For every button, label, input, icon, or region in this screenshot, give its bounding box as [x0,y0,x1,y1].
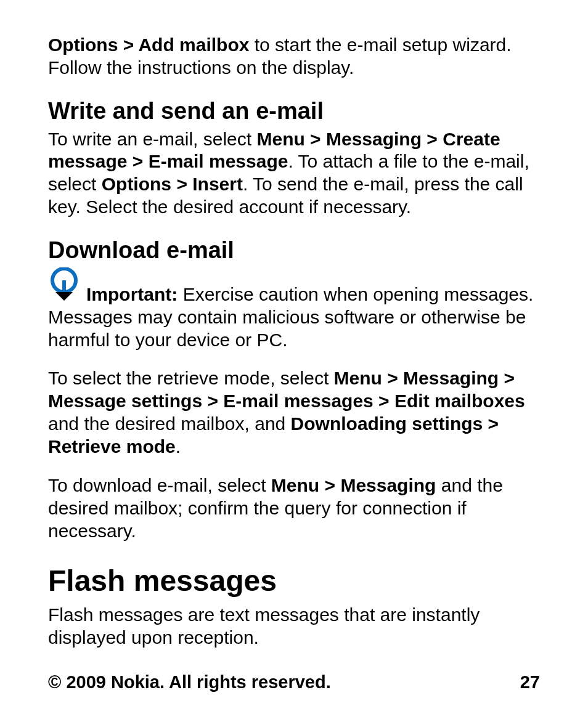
important-paragraph: Important: Exercise caution when opening… [48,267,540,352]
text: . [176,436,181,457]
download-paragraph: To download e-mail, select Menu > Messag… [48,474,540,543]
email-messages-label: E-mail messages [223,391,373,411]
text: To write an e-mail, select [48,129,256,149]
separator: > [305,129,326,149]
email-message-label: E-mail message [149,151,288,171]
messaging-label: Messaging [326,129,422,149]
separator: > [202,391,223,411]
text: To download e-mail, select [48,475,271,495]
heading-write-send: Write and send an e-mail [48,97,540,126]
important-icon [48,267,83,306]
separator: > [499,368,515,388]
write-send-paragraph: To write an e-mail, select Menu > Messag… [48,128,540,219]
add-mailbox-label: Add mailbox [138,35,249,55]
options-label: Options [48,35,118,55]
retrieve-mode-paragraph: To select the retrieve mode, select Menu… [48,367,540,458]
heading-download: Download e-mail [48,236,540,265]
edit-mailboxes-label: Edit mailboxes [394,391,525,411]
downloading-settings-label: Downloading settings [291,413,483,434]
copyright-text: © 2009 Nokia. All rights reserved. [48,672,331,694]
separator: > [374,391,394,411]
menu-label: Menu [256,129,304,149]
separator: > [127,151,148,171]
separator: > [319,475,340,495]
insert-label: Insert [192,174,243,194]
messaging-label: Messaging [340,475,436,495]
separator: > [118,35,138,55]
text: To select the retrieve mode, select [48,368,334,388]
page-footer: © 2009 Nokia. All rights reserved. 27 [48,672,540,694]
menu-label: Menu [334,368,382,388]
options-label: Options [102,174,171,194]
text: and the desired mailbox, and [48,413,291,434]
message-settings-label: Message settings [48,391,202,411]
separator: > [171,174,192,194]
svg-marker-1 [55,292,73,301]
separator: > [422,129,443,149]
flash-paragraph: Flash messages are text messages that ar… [48,604,540,649]
heading-flash-messages: Flash messages [48,563,540,599]
retrieve-mode-label: Retrieve mode [48,436,176,457]
intro-paragraph: Options > Add mailbox to start the e-mai… [48,34,540,79]
page-number: 27 [520,672,540,694]
important-label: Important: [86,284,178,304]
messaging-label: Messaging [403,368,499,388]
menu-label: Menu [271,475,319,495]
separator: > [382,368,403,388]
separator: > [483,413,499,434]
